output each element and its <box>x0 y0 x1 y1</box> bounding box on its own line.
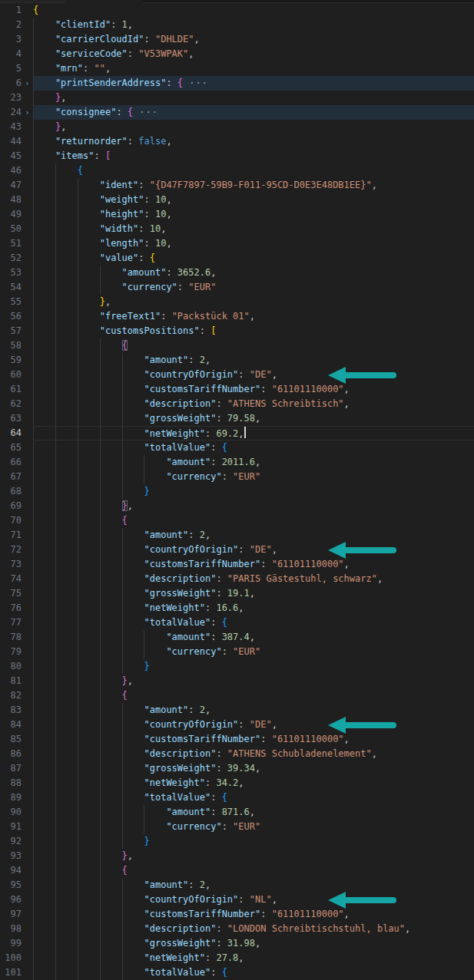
code-line[interactable]: 84"countryOfOrigin": "DE", <box>0 718 474 732</box>
code-line[interactable]: 56"freeText1": "Packstück 01", <box>0 309 474 324</box>
code-text: "value": { <box>33 251 155 266</box>
code-line[interactable]: 49"height": 10, <box>0 207 474 222</box>
code-line[interactable]: 59"amount": 2, <box>0 353 474 368</box>
code-line[interactable]: 65"totalValue": { <box>0 441 474 455</box>
code-line[interactable]: 93}, <box>0 849 474 863</box>
code-line[interactable]: 66"amount": 2011.6, <box>0 455 474 470</box>
token: "grossWeight" <box>144 938 216 949</box>
gutter: 71 <box>0 528 33 543</box>
code-line[interactable]: 47"ident": "{D47F7897-59B9-F011-95CD-D0E… <box>0 178 474 193</box>
annotation-arrow-icon <box>328 542 396 559</box>
code-line[interactable]: 60"countryOfOrigin": "DE", <box>0 368 474 382</box>
code-line[interactable]: 44"returnorder": false, <box>0 134 474 149</box>
code-line[interactable]: 55}, <box>0 295 474 309</box>
token: : <box>188 355 199 365</box>
code-line[interactable]: 68} <box>0 484 474 499</box>
code-line[interactable]: 61"customsTariffNumber": "61101110000", <box>0 382 474 397</box>
line-number: 61 <box>0 382 22 397</box>
code-line[interactable]: 48"weight": 10, <box>0 193 474 207</box>
code-line[interactable]: 4"serviceCode": "V53WPAK", <box>0 47 474 61</box>
code-line[interactable]: 53"amount": 3652.6, <box>0 266 474 280</box>
code-line[interactable]: 70{ <box>0 513 474 528</box>
code-line[interactable]: 80} <box>0 659 474 674</box>
code-line[interactable]: 58{ <box>0 338 474 353</box>
line-number: 75 <box>0 586 22 601</box>
token: } <box>122 500 128 511</box>
tab-inactive-edge[interactable] <box>0 0 65 2</box>
code-line[interactable]: 2"clientId": 1, <box>0 18 474 32</box>
token: "netWeight" <box>144 952 204 963</box>
editor[interactable]: 1{2"clientId": 1,3"carrierCloudId": "DHL… <box>0 3 474 980</box>
token: , <box>238 777 244 788</box>
fold-chevron-icon[interactable]: › <box>22 105 33 120</box>
code-line[interactable]: 62"description": "ATHENS Schreibtisch", <box>0 397 474 411</box>
token: , <box>272 544 277 555</box>
code-text: "totalValue": { <box>33 441 227 455</box>
token: { <box>222 967 227 978</box>
code-line[interactable]: 54"currency": "EUR" <box>0 280 474 295</box>
code-content: "value": { <box>33 251 474 266</box>
code-line[interactable]: 5"mrn": "", <box>0 61 474 76</box>
code-line[interactable]: 91"currency": "EUR" <box>0 820 474 834</box>
token: 27.8 <box>216 952 238 963</box>
code-line[interactable]: 64"netWeight": 69.2, <box>0 426 474 441</box>
code-line[interactable]: 77"totalValue": { <box>0 615 474 630</box>
code-line[interactable]: 85"customsTariffNumber": "61101110000", <box>0 732 474 747</box>
code-text: "description": "ATHENS Schubladenelement… <box>33 747 377 761</box>
fold-chevron-icon[interactable]: › <box>22 76 33 91</box>
code-line[interactable]: 51"length": 10, <box>0 236 474 251</box>
token: { <box>122 515 128 526</box>
code-line[interactable]: 99"grossWeight": 31.98, <box>0 936 474 951</box>
code-line[interactable]: 86"description": "ATHENS Schubladeneleme… <box>0 747 474 761</box>
code-line[interactable]: 83"amount": 2, <box>0 703 474 718</box>
code-line[interactable]: 100"netWeight": 27.8, <box>0 951 474 965</box>
code-line[interactable]: 101"totalValue": { <box>0 965 474 980</box>
code-line[interactable]: 75"grossWeight": 19.1, <box>0 586 474 601</box>
code-line[interactable]: 3"carrierCloudId": "DHLDE", <box>0 32 474 47</box>
code-line[interactable]: 6›"printSenderAddress": { ··· <box>0 76 474 91</box>
code-line[interactable]: 23}, <box>0 91 474 105</box>
code-line[interactable]: 89"totalValue": { <box>0 790 474 805</box>
gutter-spacer <box>22 718 33 732</box>
code-line[interactable]: 71"amount": 2, <box>0 528 474 543</box>
code-line[interactable]: 74"description": "PARIS Gästestuhl, schw… <box>0 572 474 586</box>
gutter: 84 <box>0 718 33 732</box>
code-line[interactable]: 96"countryOfOrigin": "NL", <box>0 893 474 907</box>
code-text: "amount": 2, <box>33 528 210 543</box>
code-line[interactable]: 78"amount": 387.4, <box>0 630 474 645</box>
code-content: "countryOfOrigin": "DE", <box>33 718 474 732</box>
line-number: 56 <box>0 309 22 324</box>
token: "value" <box>100 252 139 263</box>
gutter: 63 <box>0 411 33 426</box>
code-line[interactable]: 24›"consignee": { ··· <box>0 105 474 120</box>
code-line[interactable]: 92} <box>0 834 474 849</box>
code-line[interactable]: 97"customsTariffNumber": "61101110000", <box>0 907 474 922</box>
code-line[interactable]: 87"grossWeight": 39.34, <box>0 761 474 776</box>
code-line[interactable]: 95"amount": 2, <box>0 878 474 893</box>
code-line[interactable]: 98"description": "LONDON Schreibtischstu… <box>0 922 474 936</box>
gutter-spacer <box>22 470 33 484</box>
code-line[interactable]: 45"items": [ <box>0 149 474 163</box>
code-line[interactable]: 69}, <box>0 499 474 513</box>
code-line[interactable]: 90"amount": 871.6, <box>0 805 474 820</box>
code-line[interactable]: 88"netWeight": 34.2, <box>0 776 474 790</box>
code-line[interactable]: 63"grossWeight": 79.58, <box>0 411 474 426</box>
code-line[interactable]: 52"value": { <box>0 251 474 266</box>
token: "currency" <box>166 646 221 657</box>
code-line[interactable]: 43}, <box>0 120 474 134</box>
code-line[interactable]: 46{ <box>0 163 474 178</box>
code-text: }, <box>33 499 133 513</box>
code-line[interactable]: 67"currency": "EUR" <box>0 470 474 484</box>
code-line[interactable]: 73"customsTariffNumber": "61101110000", <box>0 557 474 572</box>
code-line[interactable]: 57"customsPositions": [ <box>0 324 474 338</box>
gutter: 80 <box>0 659 33 674</box>
code-line[interactable]: 76"netWeight": 16.6, <box>0 601 474 615</box>
code-line[interactable]: 94{ <box>0 863 474 878</box>
code-line[interactable]: 72"countryOfOrigin": "DE", <box>0 543 474 557</box>
code-line[interactable]: 79"currency": "EUR" <box>0 645 474 659</box>
code-line[interactable]: 1{ <box>0 3 474 18</box>
code-line[interactable]: 82{ <box>0 688 474 703</box>
code-line[interactable]: 81}, <box>0 674 474 688</box>
code-line[interactable]: 50"width": 10, <box>0 222 474 236</box>
arrow-tail <box>344 897 396 903</box>
